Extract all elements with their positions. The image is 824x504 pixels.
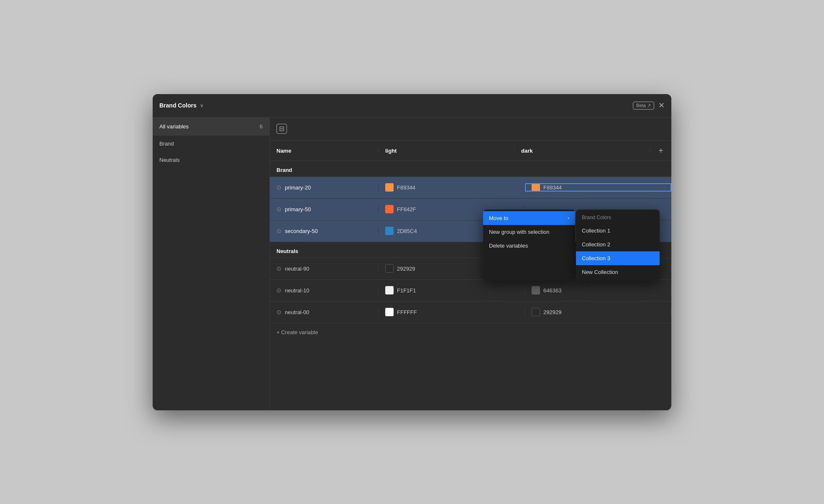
variable-icon: ⊙ xyxy=(276,287,281,294)
sidebar-all-variables[interactable]: All variables 6 xyxy=(153,118,269,136)
main-window: Brand Colors ∨ Beta ↗ ✕ All variables 6 … xyxy=(153,94,671,410)
context-menu: Move to › New group with selection Delet… xyxy=(483,210,575,281)
sidebar-toggle-icon[interactable]: ⊟ xyxy=(276,124,287,134)
menu-item-new-group[interactable]: New group with selection xyxy=(483,225,575,239)
variable-icon: ⊙ xyxy=(276,206,281,212)
cell-light-neutral-00[interactable]: FFFFFF xyxy=(379,308,525,316)
titlebar: Brand Colors ∨ Beta ↗ ✕ xyxy=(153,94,671,118)
cell-name-neutral-90: ⊙ neutral-90 xyxy=(270,265,379,272)
col-header-name: Name xyxy=(270,148,379,154)
submenu-item-collection2[interactable]: Collection 2 xyxy=(576,238,660,251)
table-row[interactable]: ⊙ primary-20 F89344 F89344 xyxy=(270,177,671,199)
color-swatch xyxy=(385,286,394,294)
color-swatch xyxy=(385,264,394,273)
color-swatch xyxy=(532,286,540,294)
color-swatch xyxy=(385,227,394,235)
menu-item-delete[interactable]: Delete variables xyxy=(483,239,575,253)
table-header: Name light dark + xyxy=(270,141,671,161)
context-menu-wrapper: Move to › New group with selection Delet… xyxy=(483,210,660,281)
menu-item-move-to[interactable]: Move to › xyxy=(483,211,575,225)
cell-dark-neutral-00[interactable]: 292929 xyxy=(525,308,671,316)
table-row[interactable]: ⊙ neutral-00 FFFFFF 292929 xyxy=(270,302,671,323)
submenu: Brand Colors Collection 1 Collection 2 C… xyxy=(576,210,660,281)
table-body: Brand ⊙ primary-20 F89344 F89344 xyxy=(270,161,671,410)
submenu-item-collection3[interactable]: Collection 3 xyxy=(576,251,660,265)
cell-light-neutral-10[interactable]: F1F1F1 xyxy=(379,286,525,294)
cell-name-neutral-00: ⊙ neutral-00 xyxy=(270,309,379,315)
variable-icon: ⊙ xyxy=(276,309,281,315)
col-header-dark: dark xyxy=(514,148,650,154)
main-content: ⊟ Name light dark + Brand ⊙ prim xyxy=(270,118,671,410)
sidebar: All variables 6 Brand Neutrals xyxy=(153,118,270,410)
variable-icon: ⊙ xyxy=(276,184,281,191)
cell-name-primary-20: ⊙ primary-20 xyxy=(270,184,379,191)
variable-icon: ⊙ xyxy=(276,228,281,234)
submenu-arrow-icon: › xyxy=(568,215,569,221)
sidebar-variable-count: 6 xyxy=(260,123,263,130)
sidebar-item-brand[interactable]: Brand xyxy=(153,136,269,152)
cell-name-neutral-10: ⊙ neutral-10 xyxy=(270,287,379,294)
title-chevron-icon[interactable]: ∨ xyxy=(200,102,204,108)
col-header-light: light xyxy=(379,148,514,154)
content-area: All variables 6 Brand Neutrals ⊟ Name li… xyxy=(153,118,671,410)
create-variable-button[interactable]: + Create variable xyxy=(270,323,671,341)
close-button[interactable]: ✕ xyxy=(658,102,665,109)
variable-icon: ⊙ xyxy=(276,265,281,272)
cell-dark-neutral-10[interactable]: 646363 xyxy=(525,286,671,294)
submenu-item-new-collection[interactable]: New Collection xyxy=(576,265,660,279)
sidebar-item-neutrals[interactable]: Neutrals xyxy=(153,152,269,168)
toolbar: ⊟ xyxy=(270,118,671,141)
cell-name-primary-50: ⊙ primary-50 xyxy=(270,206,379,212)
cell-name-secondary-50: ⊙ secondary-50 xyxy=(270,228,379,234)
table-row[interactable]: ⊙ neutral-10 F1F1F1 646363 xyxy=(270,280,671,302)
color-swatch xyxy=(532,308,540,316)
sidebar-all-variables-label: All variables xyxy=(159,123,189,130)
cell-dark-primary-20[interactable]: F89344 xyxy=(525,183,671,192)
submenu-item-collection1[interactable]: Collection 1 xyxy=(576,224,660,238)
window-title: Brand Colors xyxy=(159,102,197,109)
color-swatch xyxy=(385,205,394,213)
color-swatch xyxy=(385,183,394,192)
titlebar-right: Beta ↗ ✕ xyxy=(633,102,665,110)
submenu-header: Brand Colors xyxy=(576,211,660,224)
beta-button[interactable]: Beta ↗ xyxy=(633,102,654,110)
cell-light-primary-20[interactable]: F89344 xyxy=(379,183,525,192)
group-header-brand: Brand xyxy=(270,161,671,177)
titlebar-left: Brand Colors ∨ xyxy=(159,102,204,109)
color-swatch xyxy=(385,308,394,316)
add-column-button[interactable]: + xyxy=(650,146,671,156)
color-swatch xyxy=(532,183,540,192)
